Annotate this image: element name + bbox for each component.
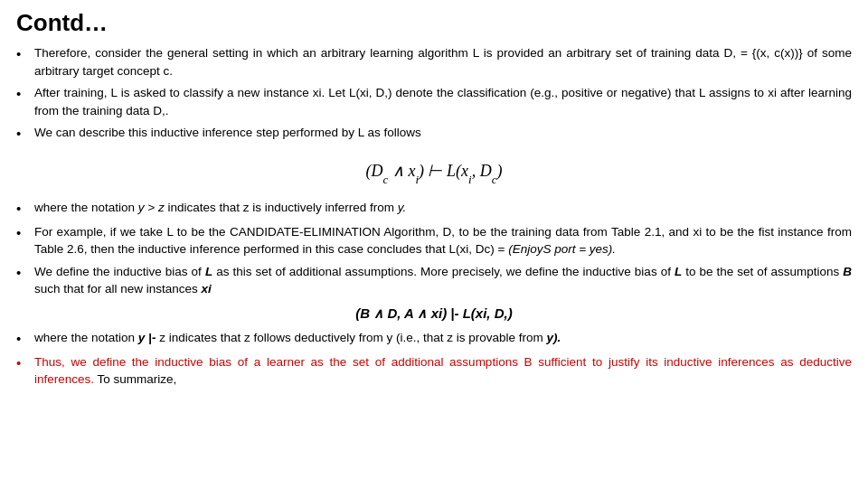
bullet-text-6: We define the inductive bias of L as thi…	[34, 263, 852, 298]
bullet-dot-1: •	[16, 44, 31, 64]
bullet-item-8: • Thus, we define the inductive bias of …	[16, 353, 852, 389]
bullet-item-7: • where the notation y |- z indicates th…	[16, 329, 852, 349]
bullet-dot-8: •	[16, 353, 31, 373]
bullet-dot-5: •	[16, 223, 31, 243]
bullet-text-1: Therefore, consider the general setting …	[34, 44, 852, 80]
bullet-text-7: where the notation y |- z indicates that…	[34, 329, 852, 347]
formula-1-svg: (Dc ∧ xi) ⊢ L(xi, Dc)	[335, 153, 533, 187]
bullet-item-3: • We can describe this inductive inferen…	[16, 124, 852, 144]
svg-text:(Dc ∧ xi) ⊢ L(xi, Dc): (Dc ∧ xi) ⊢ L(xi, Dc)	[366, 162, 503, 186]
page: Contd… • Therefore, consider the general…	[0, 0, 868, 488]
bullet-item-2: • After training, L is asked to classify…	[16, 84, 852, 119]
bullet-text-3: We can describe this inductive inference…	[34, 124, 852, 142]
bullet-item-4: • where the notation y > z indicates tha…	[16, 199, 852, 219]
bullet-dot-3: •	[16, 124, 31, 144]
bullet-dot-6: •	[16, 263, 31, 283]
bullet-text-2: After training, L is asked to classify a…	[34, 84, 852, 119]
bullet-dot-4: •	[16, 199, 31, 219]
bullet-item-1: • Therefore, consider the general settin…	[16, 44, 852, 80]
bullet-text-5: For example, if we take L to be the CAND…	[34, 223, 852, 258]
bullet-text-4: where the notation y > z indicates that …	[34, 199, 852, 217]
bullet-text-8: Thus, we define the inductive bias of a …	[34, 353, 852, 389]
bullet-item-5: • For example, if we take L to be the CA…	[16, 223, 852, 258]
formula-2-block: (B ∧ D, A ∧ xi) |- L(xi, D,)	[16, 305, 852, 322]
page-title: Contd…	[16, 9, 852, 37]
bullet-dot-2: •	[16, 84, 31, 104]
bullet-item-6: • We define the inductive bias of L as t…	[16, 263, 852, 298]
bullet-dot-7: •	[16, 329, 31, 349]
formula-1-block: (Dc ∧ xi) ⊢ L(xi, Dc)	[16, 153, 852, 190]
